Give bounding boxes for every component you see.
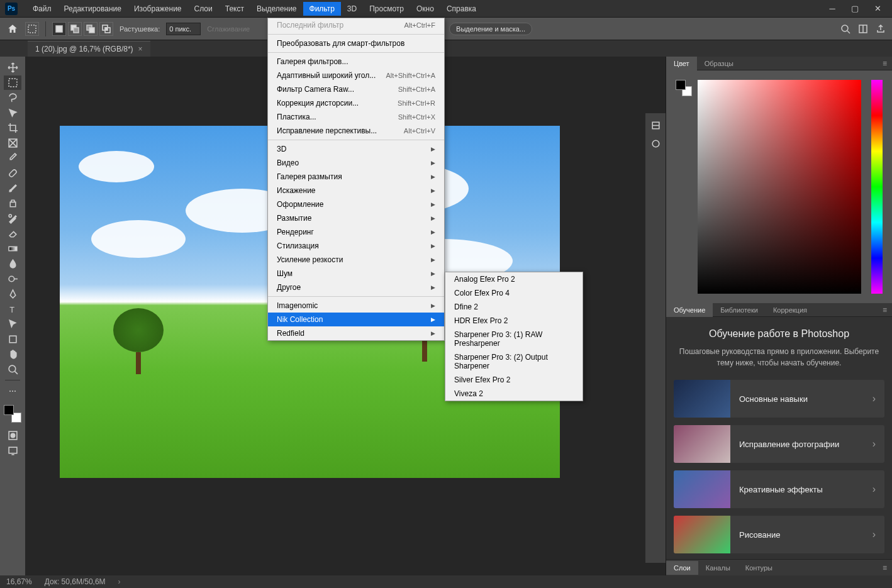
menu-plugin-imagenomic[interactable]: Imagenomic▶ xyxy=(268,299,444,313)
panel-icon-1[interactable] xyxy=(647,118,664,133)
nik-dfine[interactable]: Dfine 2 xyxy=(445,300,583,314)
quickmask-tool[interactable] xyxy=(4,428,21,443)
search-icon[interactable] xyxy=(840,24,850,34)
nik-sharpener-raw[interactable]: Sharpener Pro 3: (1) RAW Presharpener xyxy=(445,328,583,350)
menu-sub-other[interactable]: Другое▶ xyxy=(268,280,444,294)
menu-sub-distort[interactable]: Искажение▶ xyxy=(268,184,444,197)
hue-slider[interactable] xyxy=(871,80,883,294)
move-tool[interactable] xyxy=(4,60,21,75)
menu-sub-blur-gallery[interactable]: Галерея размытия▶ xyxy=(268,170,444,184)
tab-color[interactable]: Цвет xyxy=(666,57,697,70)
clone-tool[interactable] xyxy=(4,196,21,211)
menu-filter-gallery[interactable]: Галерея фильтров... xyxy=(268,55,444,69)
color-panel-swatches[interactable] xyxy=(676,80,692,96)
history-brush-tool[interactable] xyxy=(4,211,21,226)
menu-liquify[interactable]: Пластика...Shift+Ctrl+X xyxy=(268,110,444,124)
tab-learn[interactable]: Обучение xyxy=(666,303,713,317)
workspace-icon[interactable] xyxy=(858,24,868,34)
window-close-icon[interactable]: ✕ xyxy=(872,4,883,13)
menu-filter[interactable]: Фильтр xyxy=(303,2,341,16)
lasso-tool[interactable] xyxy=(4,91,21,105)
feather-input[interactable] xyxy=(166,23,201,35)
menu-sub-stylize[interactable]: Стилизация▶ xyxy=(268,239,444,253)
tab-libraries[interactable]: Библиотеки xyxy=(713,303,766,317)
healing-tool[interactable] xyxy=(4,166,21,180)
color-swatches[interactable] xyxy=(4,405,21,423)
marquee-tool[interactable] xyxy=(4,75,21,90)
tab-swatches[interactable]: Образцы xyxy=(697,57,741,70)
nik-viveza[interactable]: Viveza 2 xyxy=(445,387,583,401)
shape-tool[interactable] xyxy=(4,332,21,347)
window-maximize-icon[interactable]: ▢ xyxy=(849,4,861,13)
selection-intersect-icon[interactable] xyxy=(99,22,113,36)
menu-plugin-redfield[interactable]: Redfield▶ xyxy=(268,326,444,340)
menu-sub-video[interactable]: Видео▶ xyxy=(268,156,444,170)
selection-add-icon[interactable] xyxy=(68,22,82,36)
path-select-tool[interactable] xyxy=(4,317,21,331)
dodge-tool[interactable] xyxy=(4,272,21,286)
hand-tool[interactable] xyxy=(4,347,21,362)
menu-sub-3d[interactable]: 3D▶ xyxy=(268,142,444,156)
tab-channels[interactable]: Каналы xyxy=(698,561,738,575)
menu-wide-angle[interactable]: Адаптивный широкий угол...Alt+Shift+Ctrl… xyxy=(268,69,444,82)
frame-tool[interactable] xyxy=(4,136,21,150)
tab-adjustments[interactable]: Коррекция xyxy=(766,303,815,317)
menu-select[interactable]: Выделение xyxy=(250,2,303,16)
edit-toolbar-icon[interactable]: ⋯ xyxy=(4,384,21,398)
menu-help[interactable]: Справка xyxy=(440,2,482,16)
window-minimize-icon[interactable]: ─ xyxy=(827,4,838,13)
menu-camera-raw[interactable]: Фильтр Camera Raw...Shift+Ctrl+A xyxy=(268,82,444,96)
close-icon[interactable]: × xyxy=(138,45,143,53)
menu-sub-sharpen[interactable]: Усиление резкости▶ xyxy=(268,253,444,267)
menu-sub-pixelate[interactable]: Оформление▶ xyxy=(268,197,444,211)
menu-3d[interactable]: 3D xyxy=(341,2,363,16)
menu-file[interactable]: Файл xyxy=(26,2,58,16)
gradient-tool[interactable] xyxy=(4,241,21,256)
document-tab[interactable]: 1 (20).jpg @ 16,7% (RGB/8*) × xyxy=(28,41,150,57)
menu-last-filter[interactable]: Последний фильтрAlt+Ctrl+F xyxy=(268,18,444,32)
selection-new-icon[interactable] xyxy=(52,22,66,36)
panel-menu-icon[interactable]: ≡ xyxy=(878,59,892,68)
doc-size[interactable]: Док: 50,6M/50,6M xyxy=(45,577,106,586)
learn-card[interactable]: Креативные эффекты › xyxy=(674,470,884,508)
menu-convert-smart[interactable]: Преобразовать для смарт-фильтров xyxy=(268,36,444,50)
panel-menu-icon[interactable]: ≡ xyxy=(878,306,892,314)
marquee-tool-icon[interactable] xyxy=(25,22,39,36)
menu-view[interactable]: Просмотр xyxy=(363,2,410,16)
color-field[interactable] xyxy=(698,80,861,294)
zoom-level[interactable]: 16,67% xyxy=(6,577,32,586)
menu-edit[interactable]: Редактирование xyxy=(58,2,128,16)
select-and-mask-button[interactable]: Выделение и маска... xyxy=(449,23,532,35)
panel-icon-2[interactable] xyxy=(647,136,664,151)
learn-card[interactable]: Рисование › xyxy=(674,516,884,553)
eyedropper-tool[interactable] xyxy=(4,151,21,165)
learn-card[interactable]: Исправление фотографии › xyxy=(674,425,884,463)
foreground-swatch[interactable] xyxy=(4,405,14,415)
nik-sharpener-output[interactable]: Sharpener Pro 3: (2) Output Sharpener xyxy=(445,350,583,373)
nik-silver-efex[interactable]: Silver Efex Pro 2 xyxy=(445,373,583,387)
share-icon[interactable] xyxy=(876,24,886,34)
pen-tool[interactable] xyxy=(4,287,21,301)
menu-window[interactable]: Окно xyxy=(410,2,440,16)
panel-menu-icon[interactable]: ≡ xyxy=(878,563,892,572)
menu-sub-render[interactable]: Рендеринг▶ xyxy=(268,225,444,239)
blur-tool[interactable] xyxy=(4,257,21,271)
zoom-tool[interactable] xyxy=(4,362,21,377)
nik-analog-efex[interactable]: Analog Efex Pro 2 xyxy=(445,272,583,286)
home-icon[interactable] xyxy=(6,23,19,35)
menu-plugin-nik[interactable]: Nik Collection▶ xyxy=(268,313,444,326)
nik-hdr-efex[interactable]: HDR Efex Pro 2 xyxy=(445,314,583,328)
menu-sub-blur[interactable]: Размытие▶ xyxy=(268,211,444,225)
crop-tool[interactable] xyxy=(4,121,21,135)
type-tool[interactable]: T xyxy=(4,302,21,316)
selection-subtract-icon[interactable] xyxy=(84,22,98,36)
menu-lens-correction[interactable]: Коррекция дисторсии...Shift+Ctrl+R xyxy=(268,96,444,110)
learn-card[interactable]: Основные навыки › xyxy=(674,380,884,418)
menu-text[interactable]: Текст xyxy=(219,2,250,16)
nik-color-efex[interactable]: Color Efex Pro 4 xyxy=(445,286,583,300)
menu-vanishing-point[interactable]: Исправление перспективы...Alt+Ctrl+V xyxy=(268,124,444,138)
menu-layers[interactable]: Слои xyxy=(188,2,219,16)
tab-layers[interactable]: Слои xyxy=(666,561,698,575)
eraser-tool[interactable] xyxy=(4,226,21,241)
menu-sub-noise[interactable]: Шум▶ xyxy=(268,267,444,280)
